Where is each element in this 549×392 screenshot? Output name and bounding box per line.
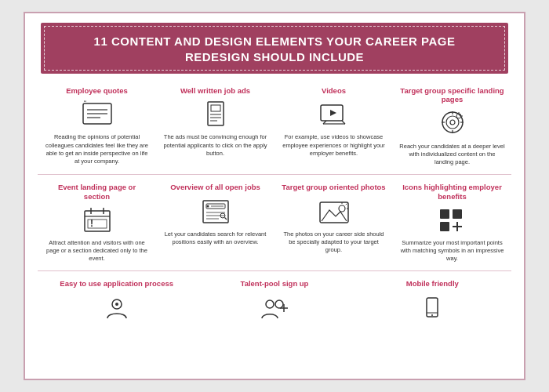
icon-target — [435, 109, 470, 139]
svg-point-58 — [431, 314, 433, 316]
item-desc-videos: For example, use videos to showcase empl… — [281, 133, 387, 157]
icon-photo — [317, 197, 351, 227]
svg-rect-6 — [211, 105, 220, 111]
item-desc-target-landing: Reach your candidates at a deeper level … — [399, 143, 505, 166]
svg-rect-46 — [453, 209, 462, 219]
item-title-event-landing: Event landing page or section — [44, 183, 150, 201]
icon-icons — [435, 205, 470, 235]
item-title-talent-pool: Talent-pool sign up — [241, 279, 309, 288]
item-talent-pool: Talent-pool sign up — [195, 274, 353, 331]
icon-video — [317, 100, 351, 129]
icon-job-ad — [198, 100, 233, 129]
item-desc-oriented-photos: The photos on your career side should be… — [281, 230, 387, 254]
item-icons-benefits: Icons highlighting employer benefits Sum… — [393, 178, 511, 267]
item-title-target-landing: Target group specific landing pages — [399, 86, 505, 104]
item-desc-job-ads: The ads must be convincing enough for po… — [162, 133, 268, 157]
icon-mobile — [415, 293, 449, 323]
icon-quotes: “ — [80, 100, 115, 129]
svg-rect-56 — [427, 298, 438, 317]
svg-point-41 — [339, 205, 345, 212]
divider-1 — [38, 174, 511, 175]
item-target-landing: Target group specific landing pages — [393, 82, 511, 171]
item-title-job-ads: Well written job ads — [180, 86, 250, 95]
icon-event: ! — [80, 205, 115, 235]
svg-line-13 — [342, 121, 345, 124]
svg-rect-45 — [440, 209, 449, 219]
item-employee-quotes: Employee quotes “ Reading the opinions o… — [38, 82, 156, 171]
item-event-landing: Event landing page or section ! Attract … — [38, 178, 156, 267]
svg-point-53 — [275, 300, 283, 308]
item-videos: Videos For example, use videos to showca… — [274, 82, 393, 171]
svg-point-33 — [206, 205, 209, 207]
icon-application — [100, 293, 134, 323]
item-title-open-jobs: Overview of all open jobs — [170, 183, 260, 191]
svg-rect-47 — [440, 222, 449, 231]
svg-point-17 — [450, 120, 455, 125]
header: 11 CONTENT AND DESIGN ELEMENTS YOUR CARE… — [41, 23, 508, 74]
divider-2 — [38, 270, 511, 271]
icon-list — [198, 197, 233, 227]
item-title-easy-application: Easy to use application process — [60, 279, 173, 288]
item-desc-event-landing: Attract attention and visitors with one … — [44, 239, 150, 263]
middle-grid: Event landing page or section ! Attract … — [25, 178, 524, 267]
svg-point-51 — [115, 303, 118, 306]
item-mobile-friendly: Mobile friendly — [354, 274, 511, 331]
item-title-oriented-photos: Target group oriented photos — [282, 183, 385, 191]
svg-point-52 — [266, 300, 274, 308]
svg-point-15 — [442, 112, 463, 132]
item-desc-icons-benefits: Summarize your most important points wit… — [399, 239, 505, 263]
item-oriented-photos: Target group oriented photos The photos … — [274, 178, 393, 267]
item-title-videos: Videos — [322, 86, 346, 95]
page-outer: 11 CONTENT AND DESIGN ELEMENTS YOUR CARE… — [0, 0, 549, 392]
item-easy-application: Easy to use application process — [38, 274, 195, 331]
header-title: 11 CONTENT AND DESIGN ELEMENTS YOUR CARE… — [64, 34, 485, 64]
item-open-jobs: Overview of all open jobs Let your — [156, 178, 274, 267]
item-desc-employee-quotes: Reading the opinions of potential collea… — [44, 133, 150, 165]
svg-rect-40 — [320, 202, 348, 223]
main-card: 11 CONTENT AND DESIGN ELEMENTS YOUR CARE… — [24, 12, 525, 380]
svg-line-43 — [345, 203, 346, 204]
svg-marker-11 — [330, 110, 336, 116]
svg-text:“: “ — [84, 100, 86, 107]
item-title-icons-benefits: Icons highlighting employer benefits — [399, 183, 505, 201]
svg-line-39 — [224, 217, 227, 220]
item-desc-open-jobs: Let your candidates search for relevant … — [162, 230, 268, 246]
item-title-mobile-friendly: Mobile friendly — [406, 279, 459, 288]
item-job-ads: Well written job ads The ads must be con… — [156, 82, 274, 171]
top-grid: Employee quotes “ Reading the opinions o… — [25, 82, 524, 171]
bottom-grid: Easy to use application process Talent-p… — [25, 274, 524, 331]
icon-talent — [257, 293, 292, 323]
item-title-employee-quotes: Employee quotes — [66, 86, 128, 95]
